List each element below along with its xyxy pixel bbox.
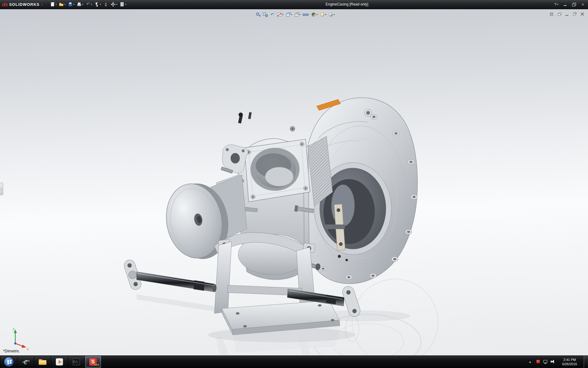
toolbar-button-rebuild[interactable] [103,2,109,7]
dropdown-arrow-icon[interactable]: ▾ [299,13,300,16]
clock-time: 2:41 PM [558,358,582,362]
dropdown-arrow-icon[interactable]: ▾ [325,13,326,16]
taskbar-button-start[interactable] [1,356,17,368]
dropdown-arrow-icon[interactable]: ▾ [308,13,309,16]
dropdown-arrow-icon[interactable]: ▾ [73,3,74,6]
restore-button[interactable] [570,2,578,8]
hud-button-display-style[interactable]: ▾ [293,11,301,18]
hud-button-view-settings[interactable]: ▾ [327,11,335,18]
taskbar-button-command-prompt[interactable]: C:\ [68,356,84,368]
doc-close-icon [580,12,585,17]
display-style-icon [294,12,299,17]
hud-button-zoom-to-fit[interactable] [255,11,261,18]
title-bar: ds SOLIDWORKS › ▾ ▾ ▾ ▾ ▾ [0,0,588,9]
hud-button-previous-view[interactable] [269,11,275,18]
hide-show-items-icon [302,12,307,17]
toolbar-button-print[interactable]: ▾ [76,2,84,7]
windows-explorer-icon [38,357,47,366]
graphics-area[interactable]: y x ▾ [0,9,588,356]
doc-cascade-windows[interactable] [556,12,562,17]
doc-tile-windows[interactable] [549,12,554,17]
svg-text:x: x [27,347,28,351]
hud-button-edit-appearance[interactable]: ▾ [310,11,318,18]
doc-tile-windows-icon [549,12,554,17]
select-icon [94,2,100,7]
internet-explorer-icon [21,357,30,366]
orientation-triad: y x [13,327,28,351]
carburetor-flange[interactable] [244,139,310,202]
windows-taskbar: C:\ 2015 ▲ 2:41 PM 6/26/2015 [0,355,588,368]
open-icon [59,2,64,7]
dropdown-arrow-icon[interactable]: ▾ [82,3,83,6]
close-button[interactable]: × [579,2,587,8]
doc-minimize-icon [564,12,570,17]
toolbar-button-new-document[interactable]: ▾ [49,2,57,7]
media-player-icon [55,357,64,366]
front-drive-shaft[interactable] [123,259,217,292]
start-icon [4,357,13,366]
hud-button-zoom-to-area[interactable] [262,11,268,18]
tray-icon-app-status[interactable] [535,359,541,365]
doc-restore-icon [572,12,577,17]
dropdown-arrow-icon[interactable]: ▾ [55,3,57,6]
toolbar-button-select[interactable]: ▾ [94,2,102,7]
menu-expand-arrow[interactable]: › [41,2,43,7]
dropdown-arrow-icon[interactable]: ▾ [64,3,66,6]
help-button[interactable]: ? ▾ [552,2,560,7]
app-status-icon [536,359,541,364]
save-icon [68,2,73,7]
dropdown-arrow-icon[interactable]: ▾ [116,3,117,6]
dropdown-arrow-icon[interactable]: ▾ [91,3,92,6]
dropdown-arrow-icon[interactable]: ▾ [291,13,292,16]
undo-icon [85,2,91,7]
taskbar-button-internet-explorer[interactable] [18,356,34,368]
dropdown-arrow-icon[interactable]: ▾ [334,13,335,16]
print-icon [77,2,82,7]
taskbar-button-windows-explorer[interactable] [35,356,51,368]
hud-button-view-orientation[interactable]: ▾ [285,11,292,18]
taskbar-button-media-player[interactable] [51,356,67,368]
engine-casing-model[interactable]: y x [0,9,588,356]
taskbar-clock[interactable]: 2:41 PM 6/26/2015 [558,358,582,366]
volume-icon [550,359,555,364]
doc-restore[interactable] [572,12,577,17]
tray-icon-network[interactable] [543,359,548,365]
new-document-icon [50,2,55,7]
task-pane-collapse-tab[interactable]: ‹ [0,183,3,195]
apply-scene-icon [319,12,325,17]
hud-button-hide-show-items[interactable]: ▾ [302,11,310,18]
dropdown-arrow-icon[interactable]: ▾ [100,3,101,6]
hud-button-section-view[interactable]: ▾ [276,11,284,18]
solidworks-window: ds SOLIDWORKS › ▾ ▾ ▾ ▾ ▾ [0,0,588,368]
clutch-cover-disc[interactable] [160,175,247,264]
dropdown-arrow-icon[interactable]: ▾ [282,13,283,16]
doc-close[interactable] [579,12,585,17]
solidworks-logo-mark: ds [2,2,8,7]
document-window-controls [549,12,585,17]
toolbar-button-file-properties[interactable]: ▾ [119,2,127,7]
headsup-view-toolbar: ▾ ▾ ▾ ▾ ▾ ▾ ▾ [255,11,335,18]
dropdown-arrow-icon[interactable]: ▾ [125,3,126,6]
toolbar-button-undo[interactable]: ▾ [85,2,93,7]
taskbar-buttons: C:\ 2015 [0,356,101,368]
tray-icon-volume[interactable] [550,359,556,365]
view-orientation-icon [285,12,290,17]
hud-button-apply-scene[interactable]: ▾ [319,11,327,18]
dropdown-arrow-icon[interactable]: ▾ [316,13,318,16]
taskbar-button-solidworks-2015[interactable]: 2015 [85,356,101,368]
show-hidden-icons-button[interactable]: ▲ [527,360,533,363]
dropdown-arrow-icon: ▾ [557,3,558,6]
minimize-icon [564,5,567,6]
collapse-arrow-icon: ‹ [1,187,2,191]
clock-date: 6/26/2015 [558,362,582,366]
doc-minimize[interactable] [564,12,570,17]
toolbar-button-save[interactable]: ▾ [67,2,75,7]
toolbar-button-options[interactable]: ▾ [110,2,118,7]
section-view-icon [277,12,282,17]
minimize-button[interactable] [561,2,569,8]
show-desktop-button[interactable] [584,356,588,368]
zoom-to-fit-icon [255,12,261,17]
options-icon [111,2,116,7]
toolbar-button-open[interactable]: ▾ [58,2,66,7]
zoom-to-area-icon [262,12,268,17]
